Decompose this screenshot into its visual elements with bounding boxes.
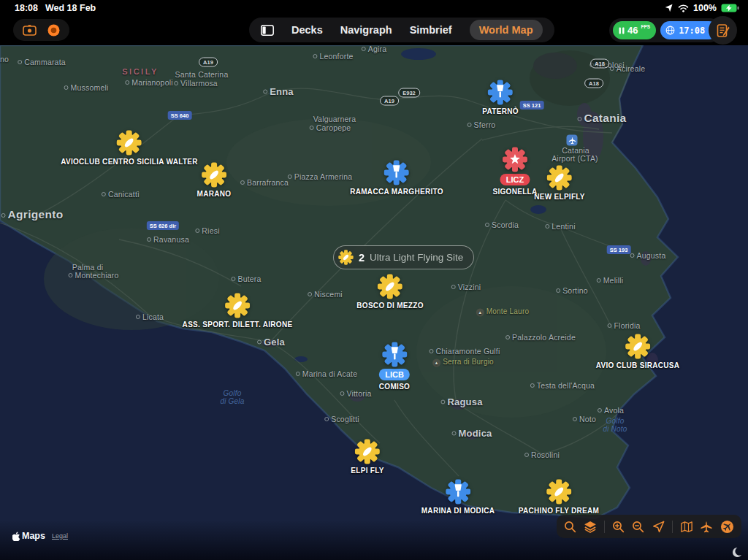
marker-label: AVIOCLUB CENTRO SICILIA WALTER [61,158,198,166]
map-label: Licata [136,312,164,321]
tab-simbrief[interactable]: Simbrief [410,24,452,36]
ultralight-gear-icon [201,162,226,188]
marker-label: PATERNÒ [482,107,519,115]
map-label: Chiaramonte Gulfi [429,347,500,356]
ultralight-gear-icon [625,334,650,359]
ultralight-gear-icon [355,439,381,464]
status-bar: 18:08 Wed 18 Feb 100% [0,2,748,15]
map-label: Cammarata [18,58,66,66]
map-label: Agrigento [1,208,64,221]
map-label: Lentini [545,222,575,231]
center-on-aircraft-button[interactable] [720,520,734,534]
record-button-icon[interactable] [47,24,60,37]
map-marker-new-elpifly[interactable]: NEW ELPIFLY [534,165,585,201]
marker-label: MARINA DI MODICA [421,507,495,515]
map-label: Vizzini [451,283,481,291]
marker-label: SIGONELLA [492,188,537,196]
map-label-water: di Noto [603,425,627,433]
battery-icon [721,4,739,12]
map-label: Santa Caterina [175,70,229,79]
map-label: Piazza Armerina [288,172,352,181]
windsock-gear-icon [381,342,407,367]
map-marker-comiso[interactable]: LICB COMISO [379,342,410,391]
status-date: Wed 18 Feb [45,3,96,13]
fps-badge[interactable]: 46 FPS [613,21,656,39]
zoom-in-button[interactable] [612,520,625,534]
search-button[interactable] [564,520,576,534]
locate-button[interactable] [652,520,665,534]
apple-logo-icon [12,532,20,541]
fps-value: 46 [627,25,638,36]
marker-label: MARANO [197,190,232,198]
map-label-region: SICILY [122,67,158,76]
map-marker-ass-sport-dilett-airone[interactable]: ASS. SPORT. DILETT. AIRONE [183,293,293,329]
map-toolbar [557,515,741,538]
tab-navigraph[interactable]: Navigraph [340,24,392,36]
ultralight-gear-icon [225,293,251,318]
map-label: Canicattì [102,190,140,199]
marker-label: BOSCO DI MEZZO [356,302,423,310]
legal-link[interactable]: Legal [52,532,68,540]
star-gear-icon [502,147,527,172]
tab-world-map[interactable]: World Map [470,20,543,40]
sidebar-toggle-icon[interactable] [261,25,274,36]
marker-label: ASS. SPORT. DILETT. AIRONE [183,321,293,329]
road-badge: A18 [584,79,603,88]
map-label: Agira [362,45,387,53]
map-marker-bosco-di-mezzo[interactable]: BOSCO DI MEZZO [356,274,423,310]
cluster-pill[interactable]: 2 Ultra Light Flying Site [333,245,474,269]
battery-percent: 100% [693,3,717,13]
map-marker-marano[interactable]: MARANO [197,162,232,198]
screenshot-camera-icon[interactable] [23,25,37,36]
brand-label: Maps [22,531,45,541]
toolbar-divider [672,521,673,533]
airport-icon [567,135,578,146]
map-label: Avola [598,406,624,415]
map-label-water: Golfo [224,389,242,397]
map-mode-button[interactable] [680,520,693,534]
zoom-out-button[interactable] [632,520,644,534]
road-badge: SS 193 [607,245,631,254]
layers-button[interactable] [584,520,597,534]
map-label: Riesi [195,226,219,235]
windsock-gear-icon [487,80,513,105]
toolbar-divider [604,521,605,533]
map-marker-sigonella[interactable]: LICZ SIGONELLA [492,147,537,196]
map-marker-marina-di-modica[interactable]: MARINA DI MODICA [421,479,495,515]
road-badge: A18 [590,59,609,69]
fps-unit: FPS [641,24,650,29]
marker-label: RAMACCA MARGHERITO [350,188,443,196]
map-label: Marianopoli [125,78,172,87]
icao-badge: LICZ [500,174,530,185]
map-marker-paterno[interactable]: PATERNÒ [482,80,519,115]
map-label: Barrafranca [240,178,289,187]
aircraft-button[interactable] [701,520,713,534]
map-marker-elpi-fly[interactable]: ELPI FLY [351,439,383,475]
tab-decks[interactable]: Decks [291,24,323,36]
marker-label: AVIO CLUB SIRACUSA [596,361,680,369]
map-label: Marina di Acate [296,369,357,378]
map-canvas[interactable]: ano Cammarata SICILY Marianopoli Santa C… [0,45,748,560]
windsock-gear-icon [445,479,470,505]
map-marker-ramacca-margherito[interactable]: RAMACCA MARGHERITO [350,160,443,196]
map-label: Catania [577,112,626,125]
notes-edit-button[interactable] [709,16,737,45]
ultralight-gear-icon [377,274,402,299]
map-attribution: Maps Legal [12,531,68,541]
marker-label: NEW ELPIFLY [534,193,585,201]
map-marker-avio-club-siracusa[interactable]: AVIO CLUB SIRACUSA [596,334,680,369]
map-label: Gela [257,337,285,348]
marker-label: PACHINO FLY DREAM [519,507,599,515]
map-label-terrain: Monte Lauro [476,307,529,317]
crescent-cursor-icon [731,547,742,558]
ultralight-gear-icon [546,479,571,505]
cluster-label: Ultra Light Flying Site [370,252,463,263]
map-label: Ravanusa [147,235,189,244]
windsock-gear-icon [384,160,410,185]
pause-icon [619,27,625,34]
location-arrow-icon [665,4,673,12]
map-label: Scordia [485,220,519,229]
map-marker-pachino-fly-dream[interactable]: PACHINO FLY DREAM [519,479,599,515]
map-marker-avioclub-centro-sicilia-walter[interactable]: AVIOCLUB CENTRO SICILIA WALTER [61,130,198,166]
marker-label: ELPI FLY [351,467,383,475]
